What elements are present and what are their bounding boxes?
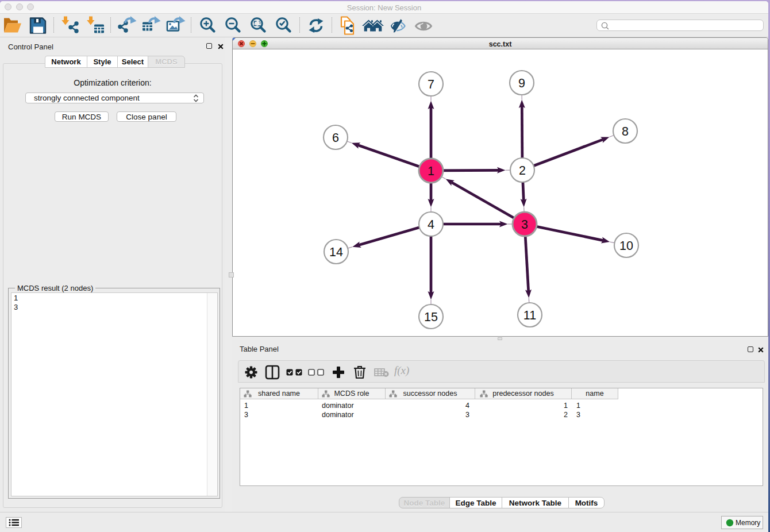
svg-text:6: 6 <box>332 131 339 145</box>
svg-text:2: 2 <box>519 164 526 178</box>
svg-text:9: 9 <box>518 76 525 90</box>
svg-text:3: 3 <box>521 218 528 232</box>
svg-text:10: 10 <box>619 239 633 253</box>
svg-text:4: 4 <box>428 218 434 232</box>
svg-text:8: 8 <box>622 125 629 138</box>
svg-text:1: 1 <box>428 164 434 178</box>
svg-text:7: 7 <box>428 78 434 91</box>
svg-text:14: 14 <box>329 245 343 259</box>
svg-text:15: 15 <box>424 310 438 324</box>
svg-text:11: 11 <box>523 309 536 322</box>
